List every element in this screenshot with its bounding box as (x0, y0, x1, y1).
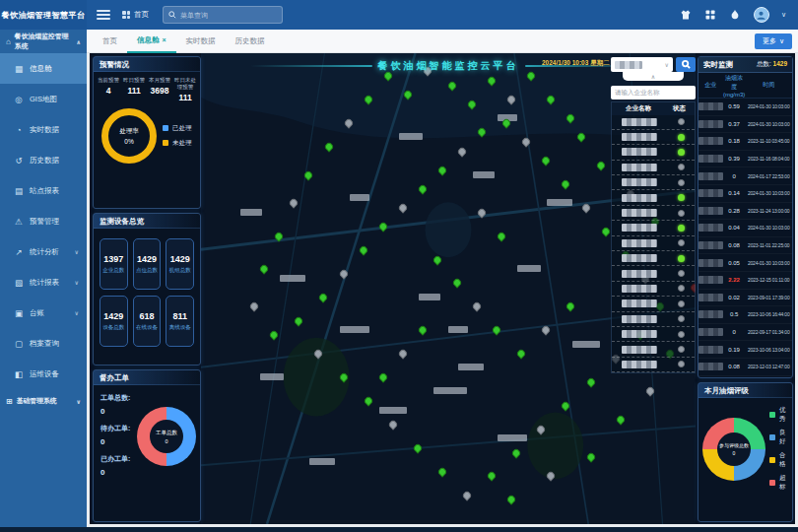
monitor-company-cell (698, 294, 723, 301)
rating-donut-label: 参与评级总数 (719, 442, 749, 448)
monitor-table-row[interactable]: 0.282023-11-24 13:00:00 (698, 203, 792, 221)
monitor-table-row[interactable]: 0.592024-01-30 10:03:00 (698, 99, 792, 116)
legend-label: 超标 (779, 474, 789, 492)
sidebar-item-gis-map[interactable]: ◎GIS地图 (0, 84, 87, 114)
map-label-redacted (458, 364, 484, 370)
company-list-item[interactable] (612, 251, 695, 266)
collapse-handle[interactable]: ∧ (623, 72, 684, 81)
company-list-item[interactable] (612, 266, 695, 281)
company-list-item[interactable] (612, 358, 695, 372)
area-select-dropdown[interactable]: ∨ (611, 57, 673, 72)
workorder-stat-label: 待办工单: (100, 424, 133, 433)
layout-grid-icon[interactable] (704, 9, 717, 22)
monitor-table-row[interactable]: 0.082023-11-01 22:25:00 (698, 237, 792, 255)
company-list-item[interactable] (612, 236, 695, 251)
company-name-redacted (698, 120, 723, 128)
sidebar: ⌂ 餐饮油烟监控管理系统 ∧ ▦信息舱◎GIS地图◔实时数据↺历史数据▤站点报表… (0, 30, 87, 527)
company-list-item[interactable] (612, 130, 695, 145)
company-list-item[interactable] (612, 115, 695, 130)
legend-swatch (769, 480, 775, 486)
company-name-redacted (698, 189, 723, 197)
company-name-redacted (698, 207, 723, 215)
company-name-redacted (622, 315, 657, 323)
menu-search-input[interactable] (180, 12, 277, 19)
monitor-table-row[interactable]: 02024-01-17 22:53:00 (698, 167, 792, 185)
monitor-table-row[interactable]: 0.042024-01-30 10:03:00 (698, 220, 792, 237)
flame-icon[interactable] (729, 9, 742, 22)
monitor-value-cell: 0 (723, 173, 746, 179)
monitor-time-cell: 2023-09-01 17:39:00 (745, 295, 792, 300)
sidebar-group-bottom[interactable]: ⊞ 基础管理系统 ∨ (0, 389, 87, 413)
sidebar-item-station-report[interactable]: ▤站点报表 (0, 175, 87, 206)
company-list-item[interactable] (612, 297, 695, 311)
company-search-button[interactable] (676, 57, 696, 72)
tab-home[interactable]: 首页 (93, 30, 127, 53)
monitor-table-row[interactable]: 0.192023-10-06 13:04:00 (698, 341, 792, 359)
monitor-value-cell: 0.08 (723, 242, 746, 248)
legend-label: 良好 (779, 429, 789, 446)
monitor-table-row[interactable]: 02022-09-17 01:34:00 (698, 324, 792, 342)
monitor-table-row[interactable]: 0.022023-09-01 17:39:00 (698, 290, 792, 307)
menu-search-box[interactable] (163, 6, 283, 24)
company-list-item[interactable] (612, 190, 695, 205)
company-list-item[interactable] (612, 206, 695, 221)
sidebar-item-ops-device[interactable]: ◧运维设备 (0, 359, 87, 389)
workorder-stat-label: 已办工单: (100, 454, 133, 464)
sidebar-item-statistic-analysis[interactable]: ↗统计分析∨ (0, 236, 87, 267)
company-list-item[interactable] (612, 175, 695, 190)
close-icon[interactable]: × (163, 36, 166, 43)
company-list-item[interactable] (612, 145, 695, 160)
theme-shirt-icon[interactable] (680, 9, 693, 22)
map-label-redacted (240, 209, 262, 216)
company-list-item[interactable] (612, 342, 695, 357)
user-avatar[interactable] (754, 7, 769, 23)
sidebar-item-ledger[interactable]: ▣台账∨ (0, 298, 87, 328)
sidebar-item-statistic-report[interactable]: ▧统计报表∨ (0, 267, 87, 298)
header-home-link[interactable]: 首页 (122, 10, 149, 20)
legend-swatch (163, 125, 168, 131)
company-list-item[interactable] (612, 161, 695, 175)
company-list-item[interactable] (612, 312, 695, 327)
monitor-table-row[interactable]: 0.182023-11-10 03:45:00 (698, 133, 792, 151)
monitor-time-cell: 2022-09-17 01:34:00 (745, 329, 792, 335)
monitor-table-row[interactable]: 0.082023-12-03 12:47:00 (698, 359, 792, 376)
monitor-table-header: 企业 油烟浓度 (mg/m3) 时间 (698, 73, 792, 99)
alert-stat: 本月预警3698 (148, 77, 171, 102)
tab-info-cabin[interactable]: 信息舱× (127, 30, 176, 53)
sidebar-item-label: 运维设备 (30, 369, 59, 379)
monitor-table-row[interactable]: 0.142024-01-30 10:03:00 (698, 185, 792, 203)
map-label-redacted (340, 326, 369, 333)
workorder-stats: 工单总数:0待办工单:0已办工单:0 (100, 393, 133, 477)
app-window: 餐饮油烟管理智慧平台 首页 ∨ ⌂ 餐饮油烟监控管理系统 ∧ ▦信息舱◎GIS地… (0, 0, 798, 532)
sidebar-group-top[interactable]: ⌂ 餐饮油烟监控管理系统 ∧ (0, 30, 87, 53)
tab-realtime-data[interactable]: 实时数据 (176, 30, 226, 53)
company-name-redacted (622, 148, 657, 156)
company-list-item[interactable] (612, 282, 695, 297)
user-chevron-down-icon[interactable]: ∨ (781, 11, 786, 19)
tab-history-data[interactable]: 历史数据 (226, 30, 275, 53)
company-list-col-status: 状态 (673, 104, 686, 113)
company-name-input[interactable] (611, 86, 696, 100)
monitor-table-row[interactable]: 0.52023-10-06 16:44:00 (698, 306, 792, 324)
monitor-table-row[interactable]: 0.372024-01-30 10:03:00 (698, 116, 792, 134)
device-stat-box: 618在线设备 (133, 296, 162, 347)
monitor-table-row[interactable]: 2.222023-12-15 01:11:00 (698, 272, 792, 290)
company-list-item[interactable] (612, 221, 695, 235)
bottom-strip (0, 527, 798, 532)
monitor-table-row[interactable]: 0.052024-01-30 10:03:00 (698, 254, 792, 272)
more-button[interactable]: 更多 ∨ (755, 33, 792, 49)
map-label-redacted (572, 341, 600, 348)
monitor-table-row[interactable]: 0.392023-11-16 08:04:00 (698, 151, 792, 168)
sidebar-item-realtime-data[interactable]: ◔实时数据 (0, 114, 87, 145)
sidebar-item-label: 台账 (30, 308, 44, 318)
monitor-value-cell: 2.22 (723, 277, 746, 283)
device-stat-box: 811离线设备 (166, 296, 194, 347)
sidebar-item-info-cabin[interactable]: ▦信息舱 (0, 53, 87, 84)
sidebar-item-alarm-management[interactable]: ⚠预警管理 (0, 206, 87, 236)
company-list-item[interactable] (612, 327, 695, 342)
company-name-redacted (698, 137, 723, 145)
monitor-value-cell: 0.5 (723, 311, 746, 317)
sidebar-item-archive-query[interactable]: ▢档案查询 (0, 328, 87, 359)
sidebar-item-history-data[interactable]: ↺历史数据 (0, 145, 87, 175)
hamburger-menu-icon[interactable] (97, 10, 110, 20)
